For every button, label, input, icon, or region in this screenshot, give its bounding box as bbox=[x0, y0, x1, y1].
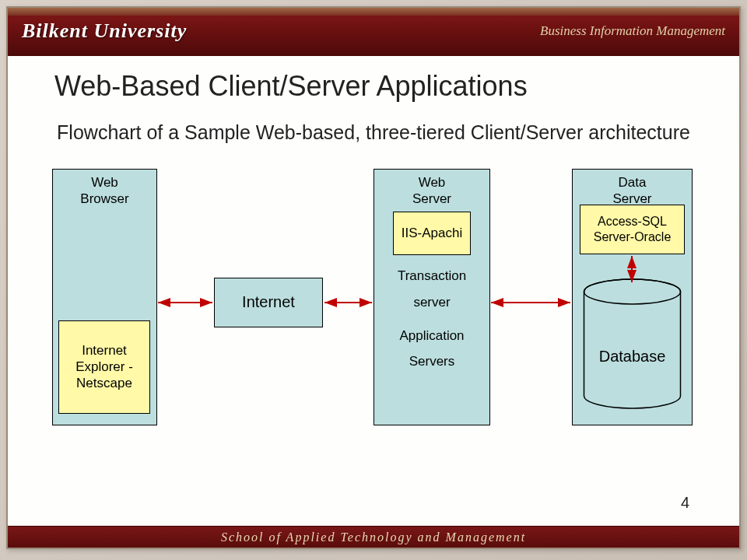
header-accent bbox=[8, 8, 739, 16]
transaction-label-1: Transaction bbox=[374, 268, 490, 284]
database-label: Database bbox=[580, 348, 685, 366]
architecture-diagram: Web Browser Internet Explorer -Netscape … bbox=[51, 169, 696, 433]
internet-label: Internet bbox=[242, 293, 295, 311]
browser-examples-label: Internet Explorer -Netscape bbox=[59, 342, 149, 392]
web-server-examples-label: IIS-Apachi bbox=[402, 225, 462, 241]
database-cylinder: Database bbox=[580, 278, 685, 410]
page-number: 4 bbox=[681, 494, 689, 512]
database-examples-box: Access-SQL Server-Oracle bbox=[580, 205, 685, 254]
slide-frame: Bilkent University Business Information … bbox=[6, 6, 741, 549]
university-name: Bilkent University bbox=[22, 19, 187, 43]
footer-text: School of Applied Technology and Managem… bbox=[221, 530, 526, 544]
header-bar: Bilkent University Business Information … bbox=[8, 8, 739, 56]
internet-box: Internet bbox=[214, 278, 323, 327]
department-name: Business Information Management bbox=[540, 23, 725, 39]
slide-subtitle: Flowchart of a Sample Web-based, three-t… bbox=[39, 120, 708, 145]
browser-examples-box: Internet Explorer -Netscape bbox=[58, 320, 150, 414]
application-label-1: Application bbox=[374, 328, 490, 344]
application-label-2: Servers bbox=[374, 354, 490, 369]
web-browser-label: Web Browser bbox=[53, 170, 156, 212]
footer-bar: School of Applied Technology and Managem… bbox=[8, 526, 739, 548]
slide-body: Web-Based Client/Server Applications Flo… bbox=[39, 70, 708, 512]
web-server-label: Web Server bbox=[374, 170, 489, 212]
web-server-examples-box: IIS-Apachi bbox=[393, 212, 471, 255]
transaction-label-2: server bbox=[374, 295, 490, 310]
database-examples-label: Access-SQL Server-Oracle bbox=[580, 214, 684, 245]
slide-title: Web-Based Client/Server Applications bbox=[54, 70, 708, 103]
